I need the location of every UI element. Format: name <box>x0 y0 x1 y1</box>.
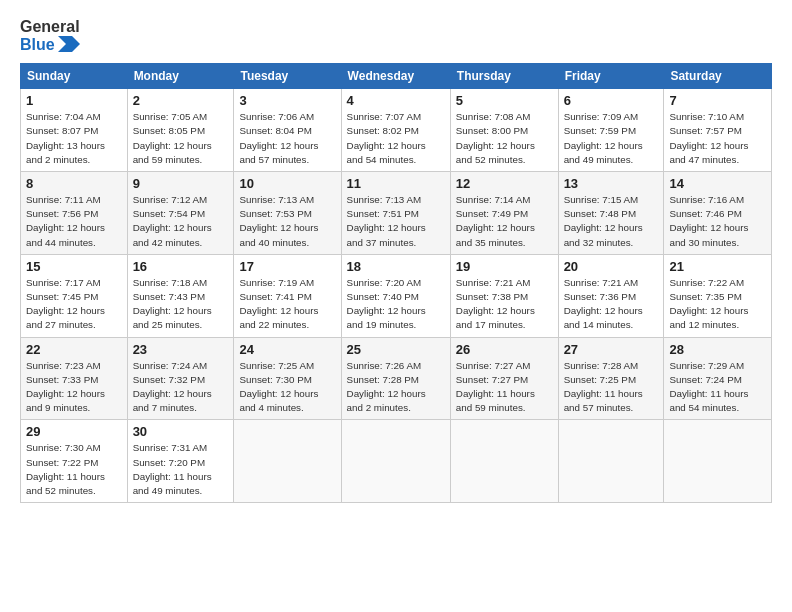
day-number: 14 <box>669 176 766 191</box>
day-info: Sunrise: 7:28 AMSunset: 7:25 PMDaylight:… <box>564 359 659 416</box>
day-number: 9 <box>133 176 229 191</box>
day-number: 18 <box>347 259 445 274</box>
day-number: 4 <box>347 93 445 108</box>
logo-arrow-icon <box>58 36 80 52</box>
day-number: 23 <box>133 342 229 357</box>
day-info: Sunrise: 7:22 AMSunset: 7:35 PMDaylight:… <box>669 276 766 333</box>
calendar-cell: 29Sunrise: 7:30 AMSunset: 7:22 PMDayligh… <box>21 420 128 503</box>
day-info: Sunrise: 7:23 AMSunset: 7:33 PMDaylight:… <box>26 359 122 416</box>
calendar-header-wednesday: Wednesday <box>341 64 450 89</box>
day-number: 6 <box>564 93 659 108</box>
calendar-cell: 6Sunrise: 7:09 AMSunset: 7:59 PMDaylight… <box>558 89 664 172</box>
day-info: Sunrise: 7:29 AMSunset: 7:24 PMDaylight:… <box>669 359 766 416</box>
day-info: Sunrise: 7:06 AMSunset: 8:04 PMDaylight:… <box>239 110 335 167</box>
calendar-header-monday: Monday <box>127 64 234 89</box>
calendar-cell: 24Sunrise: 7:25 AMSunset: 7:30 PMDayligh… <box>234 337 341 420</box>
day-number: 27 <box>564 342 659 357</box>
day-number: 11 <box>347 176 445 191</box>
calendar-cell: 26Sunrise: 7:27 AMSunset: 7:27 PMDayligh… <box>450 337 558 420</box>
day-info: Sunrise: 7:14 AMSunset: 7:49 PMDaylight:… <box>456 193 553 250</box>
calendar-cell: 30Sunrise: 7:31 AMSunset: 7:20 PMDayligh… <box>127 420 234 503</box>
calendar-cell: 13Sunrise: 7:15 AMSunset: 7:48 PMDayligh… <box>558 172 664 255</box>
calendar-week-row: 8Sunrise: 7:11 AMSunset: 7:56 PMDaylight… <box>21 172 772 255</box>
day-info: Sunrise: 7:04 AMSunset: 8:07 PMDaylight:… <box>26 110 122 167</box>
day-number: 8 <box>26 176 122 191</box>
logo: General Blue <box>20 18 80 53</box>
calendar-cell <box>234 420 341 503</box>
day-info: Sunrise: 7:16 AMSunset: 7:46 PMDaylight:… <box>669 193 766 250</box>
day-info: Sunrise: 7:21 AMSunset: 7:36 PMDaylight:… <box>564 276 659 333</box>
calendar-cell: 27Sunrise: 7:28 AMSunset: 7:25 PMDayligh… <box>558 337 664 420</box>
calendar-header-friday: Friday <box>558 64 664 89</box>
day-number: 20 <box>564 259 659 274</box>
day-number: 7 <box>669 93 766 108</box>
day-info: Sunrise: 7:30 AMSunset: 7:22 PMDaylight:… <box>26 441 122 498</box>
calendar-cell <box>450 420 558 503</box>
day-info: Sunrise: 7:25 AMSunset: 7:30 PMDaylight:… <box>239 359 335 416</box>
day-info: Sunrise: 7:13 AMSunset: 7:53 PMDaylight:… <box>239 193 335 250</box>
calendar-header-sunday: Sunday <box>21 64 128 89</box>
day-number: 5 <box>456 93 553 108</box>
day-info: Sunrise: 7:10 AMSunset: 7:57 PMDaylight:… <box>669 110 766 167</box>
calendar-cell: 25Sunrise: 7:26 AMSunset: 7:28 PMDayligh… <box>341 337 450 420</box>
day-number: 10 <box>239 176 335 191</box>
calendar-cell: 4Sunrise: 7:07 AMSunset: 8:02 PMDaylight… <box>341 89 450 172</box>
calendar-cell: 1Sunrise: 7:04 AMSunset: 8:07 PMDaylight… <box>21 89 128 172</box>
day-info: Sunrise: 7:24 AMSunset: 7:32 PMDaylight:… <box>133 359 229 416</box>
calendar-cell: 20Sunrise: 7:21 AMSunset: 7:36 PMDayligh… <box>558 254 664 337</box>
day-info: Sunrise: 7:05 AMSunset: 8:05 PMDaylight:… <box>133 110 229 167</box>
calendar-week-row: 1Sunrise: 7:04 AMSunset: 8:07 PMDaylight… <box>21 89 772 172</box>
calendar-cell: 28Sunrise: 7:29 AMSunset: 7:24 PMDayligh… <box>664 337 772 420</box>
day-info: Sunrise: 7:11 AMSunset: 7:56 PMDaylight:… <box>26 193 122 250</box>
page: General Blue SundayMondayTuesdayWednesda… <box>0 0 792 513</box>
day-info: Sunrise: 7:07 AMSunset: 8:02 PMDaylight:… <box>347 110 445 167</box>
day-number: 22 <box>26 342 122 357</box>
calendar-table: SundayMondayTuesdayWednesdayThursdayFrid… <box>20 63 772 503</box>
day-info: Sunrise: 7:08 AMSunset: 8:00 PMDaylight:… <box>456 110 553 167</box>
calendar-cell <box>558 420 664 503</box>
day-number: 24 <box>239 342 335 357</box>
day-number: 1 <box>26 93 122 108</box>
calendar-week-row: 22Sunrise: 7:23 AMSunset: 7:33 PMDayligh… <box>21 337 772 420</box>
day-number: 26 <box>456 342 553 357</box>
header: General Blue <box>20 18 772 53</box>
day-info: Sunrise: 7:17 AMSunset: 7:45 PMDaylight:… <box>26 276 122 333</box>
calendar-cell: 3Sunrise: 7:06 AMSunset: 8:04 PMDaylight… <box>234 89 341 172</box>
day-info: Sunrise: 7:18 AMSunset: 7:43 PMDaylight:… <box>133 276 229 333</box>
day-info: Sunrise: 7:13 AMSunset: 7:51 PMDaylight:… <box>347 193 445 250</box>
calendar-cell: 11Sunrise: 7:13 AMSunset: 7:51 PMDayligh… <box>341 172 450 255</box>
day-info: Sunrise: 7:15 AMSunset: 7:48 PMDaylight:… <box>564 193 659 250</box>
day-number: 13 <box>564 176 659 191</box>
day-info: Sunrise: 7:12 AMSunset: 7:54 PMDaylight:… <box>133 193 229 250</box>
day-number: 2 <box>133 93 229 108</box>
calendar-cell: 7Sunrise: 7:10 AMSunset: 7:57 PMDaylight… <box>664 89 772 172</box>
calendar-cell: 2Sunrise: 7:05 AMSunset: 8:05 PMDaylight… <box>127 89 234 172</box>
calendar-cell: 23Sunrise: 7:24 AMSunset: 7:32 PMDayligh… <box>127 337 234 420</box>
calendar-cell: 5Sunrise: 7:08 AMSunset: 8:00 PMDaylight… <box>450 89 558 172</box>
day-number: 25 <box>347 342 445 357</box>
day-number: 17 <box>239 259 335 274</box>
day-number: 16 <box>133 259 229 274</box>
day-number: 21 <box>669 259 766 274</box>
day-number: 15 <box>26 259 122 274</box>
calendar-cell: 18Sunrise: 7:20 AMSunset: 7:40 PMDayligh… <box>341 254 450 337</box>
day-info: Sunrise: 7:26 AMSunset: 7:28 PMDaylight:… <box>347 359 445 416</box>
day-number: 19 <box>456 259 553 274</box>
calendar-cell <box>664 420 772 503</box>
day-info: Sunrise: 7:31 AMSunset: 7:20 PMDaylight:… <box>133 441 229 498</box>
calendar-cell: 14Sunrise: 7:16 AMSunset: 7:46 PMDayligh… <box>664 172 772 255</box>
day-number: 29 <box>26 424 122 439</box>
calendar-header-row: SundayMondayTuesdayWednesdayThursdayFrid… <box>21 64 772 89</box>
day-info: Sunrise: 7:09 AMSunset: 7:59 PMDaylight:… <box>564 110 659 167</box>
day-number: 12 <box>456 176 553 191</box>
calendar-cell: 22Sunrise: 7:23 AMSunset: 7:33 PMDayligh… <box>21 337 128 420</box>
day-number: 30 <box>133 424 229 439</box>
day-info: Sunrise: 7:27 AMSunset: 7:27 PMDaylight:… <box>456 359 553 416</box>
day-info: Sunrise: 7:20 AMSunset: 7:40 PMDaylight:… <box>347 276 445 333</box>
svg-marker-0 <box>58 36 80 52</box>
calendar-cell: 8Sunrise: 7:11 AMSunset: 7:56 PMDaylight… <box>21 172 128 255</box>
calendar-week-row: 29Sunrise: 7:30 AMSunset: 7:22 PMDayligh… <box>21 420 772 503</box>
day-number: 28 <box>669 342 766 357</box>
day-info: Sunrise: 7:21 AMSunset: 7:38 PMDaylight:… <box>456 276 553 333</box>
calendar-header-tuesday: Tuesday <box>234 64 341 89</box>
